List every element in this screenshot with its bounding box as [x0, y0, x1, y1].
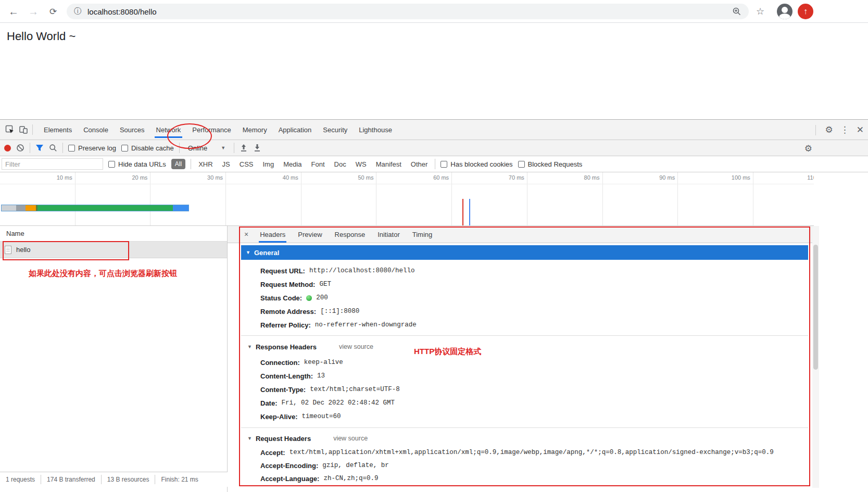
tab-headers[interactable]: Headers [254, 226, 292, 243]
filter-type-manifest[interactable]: Manifest [374, 160, 404, 168]
request-headers-section-header[interactable]: ▼ Request Headers view source [247, 432, 368, 445]
details-scrollbar[interactable] [812, 226, 819, 488]
devtools-more-icon[interactable]: ⋮ [840, 124, 849, 135]
divider [191, 159, 191, 169]
filter-type-other[interactable]: Other [409, 160, 430, 168]
tab-elements[interactable]: Elements [38, 120, 78, 140]
timeline-column: 40 ms [226, 172, 301, 226]
bookmark-star-icon[interactable]: ☆ [756, 6, 764, 17]
checkbox-icon [68, 145, 75, 152]
forward-button[interactable]: → [26, 4, 41, 19]
update-arrow-icon: ↑ [803, 7, 808, 16]
tab-security[interactable]: Security [317, 120, 353, 140]
filter-type-all[interactable]: All [171, 159, 185, 169]
filter-type-img[interactable]: Img [260, 160, 276, 168]
filter-type-ws[interactable]: WS [354, 160, 369, 168]
filter-type-font[interactable]: Font [309, 160, 327, 168]
chevron-down-icon: ▼ [221, 145, 225, 150]
avatar-head [782, 7, 788, 13]
scrollbar-thumb[interactable] [813, 245, 818, 370]
export-har-icon[interactable] [253, 144, 261, 152]
filter-type-doc[interactable]: Doc [332, 160, 348, 168]
request-details-pane: × Headers Preview Response Initiator Tim… [228, 226, 814, 488]
header-row-keep-alive: Keep-Alive: timeout=60 [260, 410, 341, 423]
summary-requests: 1 requests [0, 475, 41, 484]
has-blocked-cookies-checkbox[interactable]: Has blocked cookies [441, 160, 512, 168]
url-text: localhost:8080/hello [87, 7, 157, 16]
tab-lighthouse[interactable]: Lighthouse [353, 120, 398, 140]
zoom-icon[interactable] [732, 7, 741, 16]
filter-type-xhr[interactable]: XHR [196, 160, 215, 168]
waterfall-overview-bar[interactable] [1, 205, 189, 211]
timeline-column: 90 ms [603, 172, 678, 226]
network-overview-timeline[interactable]: 10 ms 20 ms 30 ms 40 ms 50 ms 60 ms 70 m… [0, 172, 814, 226]
timeline-column: 30 ms [150, 172, 226, 226]
tab-response[interactable]: Response [329, 226, 372, 243]
throttling-dropdown[interactable]: Online▼ [185, 144, 229, 152]
header-row-remote-address: Remote Address: [::1]:8080 [260, 305, 359, 318]
tab-performance[interactable]: Performance [186, 120, 236, 140]
network-action-bar: Preserve log Disable cache Online▼ ⚙ [0, 140, 868, 156]
general-section-header[interactable]: ▼ General [241, 245, 808, 260]
browser-update-button[interactable]: ↑ [798, 4, 813, 19]
filter-type-media[interactable]: Media [281, 160, 304, 168]
blocked-requests-checkbox[interactable]: Blocked Requests [518, 160, 583, 168]
header-row-date: Date: Fri, 02 Dec 2022 02:48:42 GMT [260, 396, 395, 410]
divider [62, 143, 63, 153]
view-source-link[interactable]: view source [339, 343, 373, 350]
summary-resources: 13 B resources [102, 475, 156, 484]
divider [234, 143, 234, 153]
document-icon [5, 246, 11, 254]
view-source-link[interactable]: view source [333, 435, 368, 442]
close-details-icon[interactable]: × [228, 230, 254, 238]
tab-timing[interactable]: Timing [406, 226, 439, 243]
record-button[interactable] [4, 145, 11, 152]
device-toolbar-icon[interactable] [17, 123, 30, 136]
timeline-column: 10 ms [0, 172, 76, 226]
hide-data-urls-checkbox[interactable]: Hide data URLs [108, 160, 166, 168]
name-column-header[interactable]: Name [0, 226, 227, 242]
filter-input[interactable] [2, 158, 103, 170]
filter-type-css[interactable]: CSS [237, 160, 256, 168]
header-row-request-url: Request URL: http://localhost:8080/hello [260, 264, 415, 277]
clear-requests-icon[interactable] [16, 144, 24, 152]
filter-type-js[interactable]: JS [220, 160, 232, 168]
tab-application[interactable]: Application [273, 120, 318, 140]
network-settings-gear-icon[interactable]: ⚙ [804, 143, 812, 154]
status-ok-dot-icon [306, 295, 312, 301]
divider [179, 143, 180, 153]
dom-content-loaded-marker [462, 199, 463, 226]
disable-cache-checkbox[interactable]: Disable cache [121, 144, 174, 152]
tab-console[interactable]: Console [78, 120, 114, 140]
waterfall-segment-queueing [2, 205, 16, 211]
reload-icon: ⟳ [49, 6, 57, 17]
tab-preview[interactable]: Preview [292, 226, 328, 243]
timeline-column: 50 ms [301, 172, 377, 226]
inspect-element-icon[interactable] [3, 123, 17, 136]
tab-network[interactable]: Network [150, 120, 187, 140]
tab-memory[interactable]: Memory [237, 120, 273, 140]
profile-avatar[interactable] [777, 4, 792, 19]
tab-sources[interactable]: Sources [114, 120, 150, 140]
import-har-icon[interactable] [240, 144, 248, 152]
response-headers-section-header[interactable]: ▼ Response Headers view source [247, 340, 373, 354]
reload-button[interactable]: ⟳ [46, 4, 60, 19]
devtools-settings-icon[interactable]: ⚙ [825, 124, 833, 135]
timeline-column: 110 ms [753, 172, 814, 226]
tab-initiator[interactable]: Initiator [371, 226, 406, 243]
network-filter-bar: Hide data URLs All XHR JS CSS Img Media … [0, 156, 868, 172]
url-bar[interactable]: ⓘ localhost:8080/hello [67, 4, 749, 19]
preserve-log-checkbox[interactable]: Preserve log [68, 144, 116, 152]
summary-transferred: 174 B transferred [41, 475, 102, 484]
page-info-icon[interactable]: ⓘ [74, 7, 81, 16]
header-row-accept-language: Accept-Language: zh-CN,zh;q=0.9 [260, 472, 378, 485]
filter-funnel-icon[interactable] [35, 144, 44, 152]
browser-toolbar: ← → ⟳ ⓘ localhost:8080/hello ☆ ↑ [0, 0, 868, 23]
table-row-hello[interactable]: hello [0, 242, 227, 258]
timeline-column: 100 ms [678, 172, 753, 226]
devtools-close-icon[interactable]: ✕ [857, 124, 864, 135]
waterfall-segment-waiting [26, 205, 36, 211]
back-button[interactable]: ← [6, 4, 21, 19]
divider [435, 159, 435, 169]
search-icon[interactable] [49, 144, 57, 152]
